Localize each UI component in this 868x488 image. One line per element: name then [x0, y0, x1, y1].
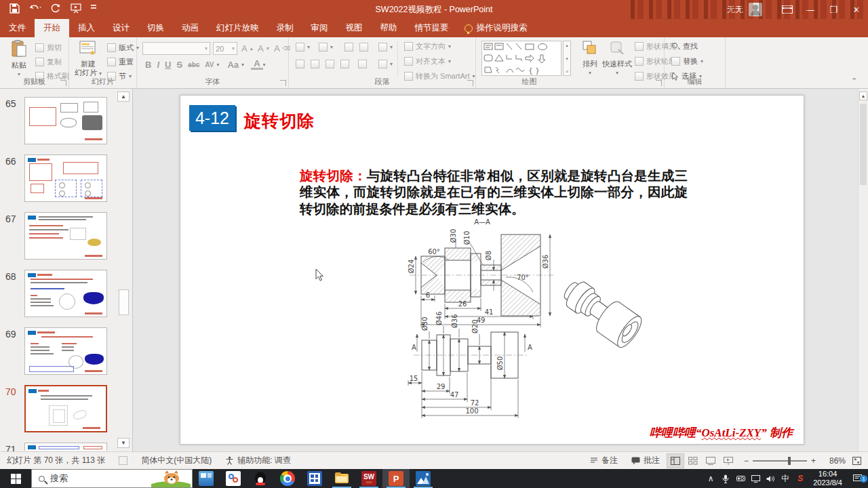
- layout-button[interactable]: 版式▾: [107, 43, 139, 53]
- tab-transitions[interactable]: 切换: [138, 19, 173, 37]
- new-slide-button[interactable]: 新建 幻灯片 ▾: [73, 40, 103, 78]
- shapes-gallery[interactable]: { }: [481, 41, 561, 76]
- tab-review[interactable]: 审阅: [302, 19, 337, 37]
- tab-storyboard[interactable]: 情节提要: [406, 19, 458, 37]
- tab-help[interactable]: 帮助: [372, 19, 406, 37]
- zoom-in-button[interactable]: +: [811, 456, 823, 466]
- zoom-out-button[interactable]: −: [737, 456, 749, 466]
- shadow-button[interactable]: abc: [185, 61, 202, 68]
- align-text-button[interactable]: 对齐文本▾: [404, 56, 451, 66]
- slide-thumbnail-69[interactable]: [24, 327, 107, 375]
- shrink-font-button[interactable]: A▾: [258, 43, 269, 54]
- strikethrough-button[interactable]: S: [174, 60, 185, 70]
- justify-button[interactable]: [340, 60, 349, 68]
- align-center-button[interactable]: [311, 60, 319, 68]
- columns-button[interactable]: [358, 60, 367, 68]
- taskbar-app-explorer[interactable]: [328, 469, 355, 488]
- clear-format-button[interactable]: A⌫: [274, 43, 290, 54]
- slideshow-view-button[interactable]: [719, 453, 737, 468]
- reading-view-button[interactable]: [702, 453, 719, 468]
- main-scrollbar[interactable]: ▲: [858, 89, 868, 451]
- main-scroll-up-button[interactable]: ▲: [859, 92, 867, 100]
- change-case-button[interactable]: Aa: [224, 60, 241, 70]
- align-left-button[interactable]: [296, 60, 304, 68]
- notification-center-button[interactable]: 1: [848, 474, 868, 483]
- tab-animations[interactable]: 动画: [173, 19, 208, 37]
- comments-button[interactable]: 批注: [625, 455, 667, 466]
- shapes-scroll[interactable]: ▴▾≡: [563, 41, 571, 76]
- tab-slideshow[interactable]: 幻灯片放映: [208, 19, 268, 37]
- panel-scroll-thumb[interactable]: [119, 289, 129, 315]
- tray-expand-icon[interactable]: ∧: [703, 474, 718, 483]
- grow-font-button[interactable]: A▴: [241, 43, 253, 54]
- slide-thumbnail-67[interactable]: [24, 212, 107, 260]
- reset-button[interactable]: 重置: [107, 57, 134, 67]
- sogou-tray-icon[interactable]: S: [793, 474, 808, 483]
- tab-home[interactable]: 开始: [35, 19, 69, 37]
- taskbar-clock[interactable]: 16:04 2023/8/4: [808, 470, 848, 487]
- clipboard-dialog-launcher[interactable]: [60, 80, 66, 86]
- font-color-button[interactable]: A: [251, 60, 262, 70]
- taskbar-app-photos[interactable]: [410, 469, 437, 488]
- panel-scroll-up-button[interactable]: ▲: [117, 92, 130, 102]
- fit-to-window-button[interactable]: [852, 457, 868, 465]
- taskbar-app-qq[interactable]: [247, 469, 274, 488]
- taskbar-search[interactable]: 搜索: [31, 469, 193, 488]
- ime-indicator[interactable]: 中: [778, 473, 793, 485]
- tab-file[interactable]: 文件: [0, 19, 35, 37]
- tab-record[interactable]: 录制: [268, 19, 302, 37]
- numbering-button[interactable]: ▾: [319, 43, 333, 52]
- slide-thumbnail-71[interactable]: [24, 443, 107, 451]
- justify-low-button[interactable]: ▾: [378, 60, 393, 68]
- slide-thumbnail-70-current[interactable]: [24, 385, 107, 432]
- volume-icon[interactable]: [763, 475, 778, 483]
- cut-button[interactable]: 剪切: [35, 43, 62, 53]
- font-name-combo[interactable]: ▾: [142, 42, 210, 55]
- taskbar-app-browser[interactable]: [274, 469, 301, 488]
- language-indicator[interactable]: 简体中文(中国大陆): [134, 455, 218, 466]
- collapse-ribbon-button[interactable]: ⌃: [851, 77, 857, 85]
- graphics-tray-icon[interactable]: [733, 475, 748, 482]
- increase-indent-button[interactable]: [359, 43, 368, 52]
- tab-insert[interactable]: 插入: [69, 19, 104, 37]
- slide-thumbnail-66[interactable]: [24, 155, 107, 202]
- decrease-indent-button[interactable]: [344, 43, 353, 52]
- bullets-button[interactable]: ▾: [296, 43, 310, 52]
- notes-button[interactable]: 备注: [583, 455, 625, 466]
- slide-thumbnail-68[interactable]: [24, 270, 107, 317]
- find-button[interactable]: 查找: [671, 41, 698, 52]
- quick-styles-button[interactable]: 快速样式 ▾: [601, 40, 633, 77]
- search-highlight-corgi-image[interactable]: [151, 470, 191, 487]
- accessibility-status[interactable]: 辅助功能: 调查: [218, 455, 298, 466]
- start-button[interactable]: [0, 469, 31, 488]
- normal-view-button[interactable]: [667, 453, 684, 468]
- font-dialog-launcher[interactable]: [280, 80, 286, 86]
- align-right-button[interactable]: [326, 60, 334, 68]
- bold-button[interactable]: B: [142, 60, 154, 70]
- paste-button[interactable]: 粘贴 ▾: [4, 40, 34, 79]
- italic-button[interactable]: I: [154, 60, 162, 70]
- drawing-dialog-launcher[interactable]: [656, 80, 662, 86]
- font-size-combo[interactable]: 20▾: [213, 42, 237, 55]
- panel-scroll-down-button[interactable]: ▼: [117, 438, 130, 448]
- taskbar-app-office-tool[interactable]: [301, 469, 328, 488]
- slide-counter[interactable]: 幻灯片 第 70 张，共 113 张: [0, 455, 112, 466]
- main-scroll-thumb[interactable]: [860, 104, 867, 185]
- tell-me-search[interactable]: 操作说明搜索: [458, 19, 534, 37]
- taskbar-app-link[interactable]: [220, 469, 247, 488]
- tab-view[interactable]: 视图: [337, 19, 372, 37]
- slide-thumbnail-65[interactable]: [24, 97, 107, 144]
- zoom-slider-knob[interactable]: [788, 457, 791, 465]
- network-display-icon[interactable]: [748, 475, 763, 483]
- slide-sorter-view-button[interactable]: [684, 453, 702, 468]
- underline-button[interactable]: U: [162, 60, 174, 70]
- taskbar-app-powerpoint-active[interactable]: P: [382, 469, 410, 488]
- display-settings-icon[interactable]: [112, 456, 134, 465]
- slide-canvas[interactable]: 4-12 旋转切除 旋转切除：与旋转凸台特征非常相似，区别就是旋转凸台是生成三维…: [180, 95, 804, 445]
- taskbar-app-widgets[interactable]: [193, 469, 220, 488]
- replace-button[interactable]: 替换▾: [671, 56, 703, 66]
- taskbar-app-solidworks[interactable]: SW2022: [355, 469, 382, 488]
- text-direction-button[interactable]: 文字方向▾: [404, 41, 451, 52]
- microphone-icon[interactable]: [718, 474, 733, 483]
- tab-design[interactable]: 设计: [104, 19, 138, 37]
